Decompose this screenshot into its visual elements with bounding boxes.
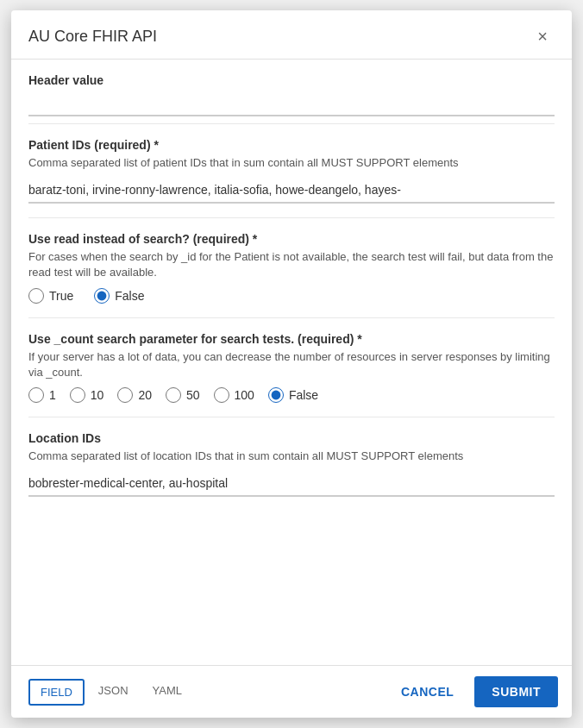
header-value-section: Header value bbox=[28, 60, 555, 124]
dialog-header: AU Core FHIR API × bbox=[11, 10, 572, 60]
patient-ids-section: Patient IDs (required) * Comma separated… bbox=[28, 124, 555, 218]
use-read-false-option[interactable]: False bbox=[94, 288, 144, 304]
count-false-label: False bbox=[289, 388, 318, 402]
count-10-label: 10 bbox=[91, 388, 104, 402]
dialog: AU Core FHIR API × Header value Patient … bbox=[11, 10, 572, 718]
patient-ids-description: Comma separated list of patient IDs that… bbox=[28, 155, 555, 171]
dialog-title: AU Core FHIR API bbox=[28, 28, 157, 46]
tab-field[interactable]: FIELD bbox=[28, 679, 85, 706]
use-read-true-radio[interactable] bbox=[28, 288, 44, 304]
count-100-option[interactable]: 100 bbox=[214, 387, 254, 403]
use-read-true-option[interactable]: True bbox=[28, 288, 73, 304]
header-value-input[interactable] bbox=[28, 91, 555, 116]
count-10-option[interactable]: 10 bbox=[70, 387, 104, 403]
count-1-label: 1 bbox=[49, 388, 56, 402]
use-read-false-label: False bbox=[115, 289, 144, 303]
count-20-label: 20 bbox=[138, 388, 152, 402]
count-search-label: Use _count search parameter for search t… bbox=[28, 332, 555, 346]
count-50-option[interactable]: 50 bbox=[166, 387, 200, 403]
count-50-label: 50 bbox=[186, 388, 200, 402]
count-search-description: If your server has a lot of data, you ca… bbox=[28, 349, 555, 380]
count-50-radio[interactable] bbox=[166, 387, 181, 403]
close-button[interactable]: × bbox=[530, 24, 555, 48]
location-ids-description: Comma separated list of location IDs tha… bbox=[28, 449, 555, 464]
count-20-radio[interactable] bbox=[117, 387, 133, 403]
count-1-radio[interactable] bbox=[28, 387, 44, 403]
tab-yaml[interactable]: YAML bbox=[142, 668, 192, 715]
cancel-button[interactable]: CANCEL bbox=[387, 676, 467, 707]
use-read-false-radio[interactable] bbox=[94, 288, 110, 304]
footer-tabs: FIELD JSON YAML bbox=[11, 668, 210, 716]
dialog-content: Header value Patient IDs (required) * Co… bbox=[11, 60, 572, 665]
count-false-option[interactable]: False bbox=[268, 387, 318, 403]
submit-button[interactable]: SUBMIT bbox=[474, 676, 558, 707]
count-1-option[interactable]: 1 bbox=[28, 387, 56, 403]
count-search-section: Use _count search parameter for search t… bbox=[28, 318, 555, 417]
count-radio-group: 1 10 20 50 1 bbox=[28, 387, 555, 403]
dialog-footer: FIELD JSON YAML CANCEL SUBMIT bbox=[11, 665, 572, 718]
use-read-label: Use read instead of search? (required) * bbox=[28, 232, 555, 246]
count-false-radio[interactable] bbox=[268, 387, 284, 403]
location-ids-section: Location IDs Comma separated list of loc… bbox=[28, 417, 555, 511]
patient-ids-input[interactable] bbox=[28, 178, 555, 204]
header-value-label: Header value bbox=[28, 73, 555, 87]
count-10-radio[interactable] bbox=[70, 387, 85, 403]
tab-json[interactable]: JSON bbox=[88, 668, 139, 715]
location-ids-label: Location IDs bbox=[28, 431, 555, 445]
location-ids-input[interactable] bbox=[28, 471, 555, 497]
use-read-description: For cases when the search by _id for the… bbox=[28, 249, 555, 280]
use-read-section: Use read instead of search? (required) *… bbox=[28, 218, 555, 317]
count-100-radio[interactable] bbox=[214, 387, 229, 403]
footer-actions: CANCEL SUBMIT bbox=[373, 666, 572, 718]
count-20-option[interactable]: 20 bbox=[117, 387, 152, 403]
use-read-radio-group: True False bbox=[28, 288, 555, 304]
count-100-label: 100 bbox=[235, 388, 254, 402]
use-read-true-label: True bbox=[49, 289, 73, 303]
patient-ids-label: Patient IDs (required) * bbox=[28, 138, 555, 152]
